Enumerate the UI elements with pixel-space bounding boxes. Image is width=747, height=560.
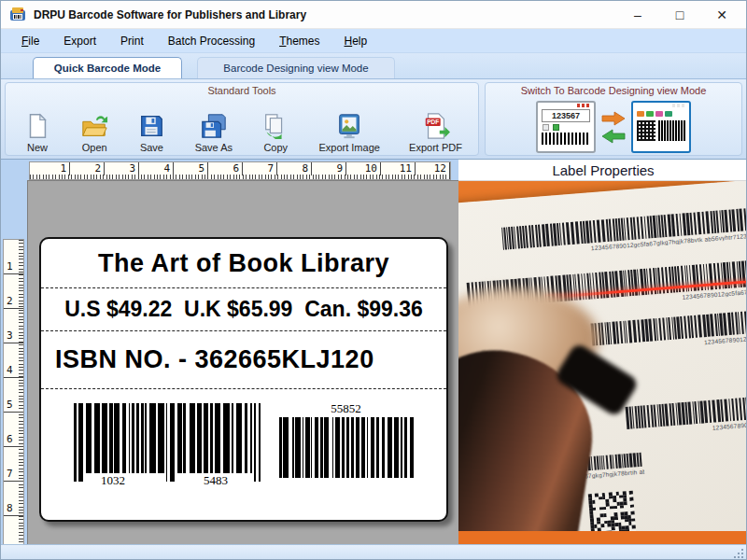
mini-design-content — [637, 120, 685, 141]
design-canvas[interactable]: The Art of Book Library U.S $49.22 U.K $… — [27, 180, 458, 544]
window-title: DRPU Barcode Software for Publishers and… — [34, 8, 306, 21]
orange-band — [458, 531, 747, 544]
tab-barcode-designing-view-mode[interactable]: Barcode Designing view Mode — [197, 57, 395, 78]
barcode-bars — [74, 403, 263, 473]
eraser-icon — [646, 111, 654, 117]
copy-icon — [261, 112, 289, 140]
ruler-number: 4 — [139, 162, 174, 175]
save-as-button[interactable]: Save As — [192, 97, 235, 155]
work-area: 12345678 123456789101112 The Art of Book… — [1, 160, 746, 544]
menu-help[interactable]: Help — [333, 31, 379, 51]
menu-bar: File Export Print Batch Processing Theme… — [1, 29, 746, 53]
new-label: New — [27, 142, 48, 153]
mini-window-buttons-icon — [672, 104, 686, 107]
toolbar: Standard Tools New Open — [1, 78, 746, 160]
ruler-ticks — [30, 175, 450, 179]
ruler-number: 6 — [208, 162, 243, 175]
standard-tools-group: Standard Tools New Open — [5, 82, 479, 156]
copy-label: Copy — [263, 142, 288, 153]
mini-barcode-icon — [542, 133, 590, 145]
canvas-column: 123456789101112 The Art of Book Library … — [27, 160, 458, 544]
checked-checkbox-icon — [553, 124, 559, 131]
export-image-icon — [335, 112, 363, 140]
color-swatch-icon — [655, 111, 663, 117]
mini-2d-code-icon — [637, 120, 655, 141]
export-pdf-label: Export PDF — [409, 142, 462, 153]
barcode-digits: 5483 — [188, 473, 244, 488]
arrow-left-icon — [601, 129, 626, 144]
quick-mode-window-icon: 123567 — [536, 101, 596, 153]
status-bar — [1, 544, 746, 560]
photo-barcode-strip: 123456789012gc5fa67glkg7hgjk7gjk7gjk7gjk… — [590, 304, 747, 355]
save-as-label: Save As — [195, 142, 233, 153]
copy-button[interactable]: Copy — [259, 97, 292, 155]
menu-print[interactable]: Print — [109, 31, 155, 51]
label-title: The Art of Book Library — [41, 239, 446, 288]
pdf-badge-text: PDF — [427, 119, 439, 125]
label-properties-panel: Label Properties 123456789012gc5fa67glkg… — [458, 160, 747, 544]
ruler-ticks — [19, 240, 23, 548]
code39-barcode: 55852 — [279, 401, 413, 478]
app-window: DRPU Barcode Software for Publishers and… — [0, 0, 747, 560]
app-logo-icon — [9, 7, 26, 23]
save-button[interactable]: Save — [134, 97, 168, 155]
ruler-number: 5 — [174, 162, 208, 175]
barcode-digits: 55852 — [279, 401, 413, 417]
photo-barcode-strip: 123456789012gc5fa67gjkg7hgjl8bgjl8bgjl8b… — [626, 390, 747, 438]
export-image-label: Export Image — [318, 142, 379, 153]
export-pdf-button[interactable]: PDF Export PDF — [406, 97, 465, 155]
color-swatch-icon — [665, 111, 672, 117]
label-prices: U.S $49.22 U.K $65.99 Can. $99.36 — [41, 288, 446, 331]
ean-barcode: 1032 5483 — [74, 403, 263, 489]
switch-mode-panel[interactable]: Switch To Barcode Designing view Mode 12… — [485, 82, 742, 156]
open-folder-icon — [80, 112, 108, 140]
mini-barcode-icon — [658, 120, 685, 141]
ruler-number: 8 — [277, 162, 312, 175]
pencil-icon — [637, 111, 644, 117]
resize-grip-icon[interactable] — [732, 547, 744, 559]
label-properties-header: Label Properties — [458, 160, 747, 181]
save-label: Save — [140, 142, 163, 153]
ruler-number: 1 — [35, 162, 70, 175]
save-as-icon — [200, 112, 228, 140]
barcode-bars — [279, 417, 413, 478]
ruler-number: 9 — [312, 162, 346, 175]
tab-quick-barcode-mode[interactable]: Quick Barcode Mode — [33, 57, 182, 78]
switch-mode-graphic[interactable]: 123567 — [536, 101, 691, 153]
label-isbn: ISBN NO. - 362665KLJ120 — [41, 331, 446, 389]
switch-mode-caption: Switch To Barcode Designing view Mode — [486, 85, 741, 96]
menu-export[interactable]: Export — [52, 31, 107, 51]
ruler-number: 11 — [381, 162, 416, 175]
standard-tools-caption: Standard Tools — [6, 85, 478, 96]
export-image-button[interactable]: Export Image — [316, 97, 382, 155]
vertical-ruler: 12345678 — [3, 239, 24, 549]
photo-barcode-strip: 123456789012gc5fa67glkg7hgjk78bvtk ab56v… — [501, 203, 747, 259]
barcode-label[interactable]: The Art of Book Library U.S $49.22 U.K $… — [39, 237, 448, 522]
checkbox-icon — [543, 124, 549, 131]
barcode-digits: 1032 — [85, 473, 141, 488]
arrow-right-icon — [601, 111, 626, 126]
menu-batch-processing[interactable]: Batch Processing — [157, 31, 266, 51]
menu-themes[interactable]: Themes — [268, 31, 331, 51]
maximize-button[interactable]: □ — [672, 8, 687, 21]
label-barcode-area: 1032 5483 55852 — [41, 389, 446, 520]
ruler-number: 3 — [105, 162, 139, 175]
new-button[interactable]: New — [21, 97, 54, 155]
horizontal-ruler: 123456789101112 — [29, 161, 451, 180]
mini-window-buttons-icon — [577, 104, 591, 107]
mode-tab-bar: Quick Barcode Mode Barcode Designing vie… — [1, 53, 746, 78]
design-mode-window-icon — [631, 101, 691, 153]
switch-arrows — [601, 111, 626, 144]
minimize-button[interactable]: – — [630, 8, 645, 21]
left-gutter: 12345678 — [1, 160, 27, 544]
export-pdf-icon: PDF — [422, 112, 450, 140]
open-label: Open — [82, 142, 107, 153]
ruler-number: 7 — [243, 162, 277, 175]
ruler-number: 10 — [346, 162, 381, 175]
ruler-number: 12 — [416, 162, 450, 175]
title-bar: DRPU Barcode Software for Publishers and… — [1, 1, 746, 29]
close-button[interactable]: ✕ — [714, 8, 729, 21]
horizontal-ruler-numbers: 123456789101112 — [30, 162, 450, 175]
open-button[interactable]: Open — [78, 97, 111, 155]
menu-file[interactable]: File — [10, 31, 50, 51]
